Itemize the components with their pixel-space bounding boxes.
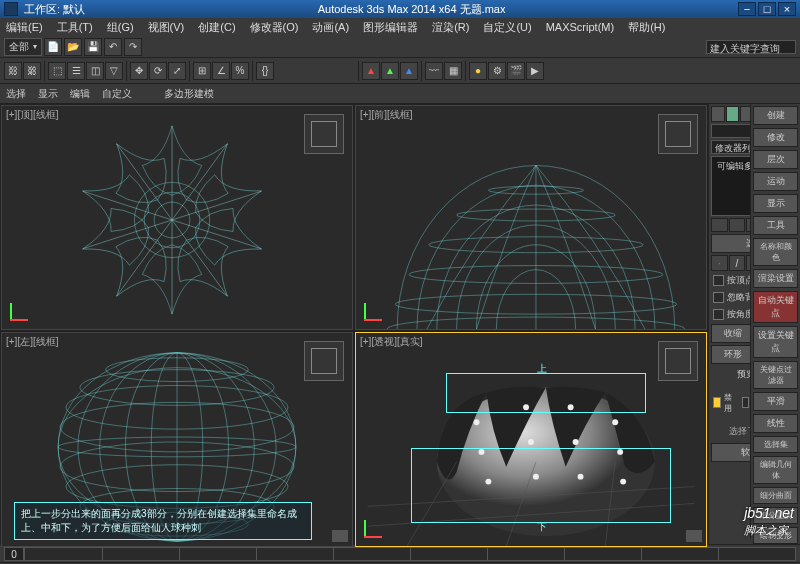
ribbon-tab-custom[interactable]: 自定义 (102, 87, 132, 101)
angle-snap-icon[interactable]: ∠ (212, 62, 230, 80)
side-panel-right: 创建 修改 层次 运动 显示 工具 名称和颜色 渲染设置 自动关键点 设置关键点… (750, 104, 800, 538)
select-name-icon[interactable]: ☰ (67, 62, 85, 80)
save-icon[interactable]: 💾 (84, 38, 102, 56)
close-button[interactable]: × (778, 2, 796, 16)
schematic-icon[interactable]: ▦ (444, 62, 462, 80)
ribbon-tab-select[interactable]: 选择 (6, 87, 26, 101)
side-display[interactable]: 显示 (753, 194, 798, 213)
move-icon[interactable]: ✥ (130, 62, 148, 80)
pin-stack-icon[interactable] (711, 218, 728, 232)
menu-create[interactable]: 创建(C) (198, 20, 235, 35)
align-icon[interactable]: ▲ (381, 62, 399, 80)
app-menu-button[interactable] (4, 2, 18, 16)
menu-edit[interactable]: 编辑(E) (6, 20, 43, 35)
interp-smooth[interactable]: 平滑 (753, 392, 798, 411)
side-render[interactable]: 渲染设置 (753, 269, 798, 288)
viewport-top[interactable]: [+][顶][线框] (1, 105, 353, 330)
layer-icon[interactable]: ▲ (400, 62, 418, 80)
svg-line-12 (117, 144, 173, 220)
menu-tools[interactable]: 工具(T) (57, 20, 93, 35)
mirror-icon[interactable]: ▲ (362, 62, 380, 80)
ring-button[interactable]: 环形 (711, 345, 754, 364)
setkey-button[interactable]: 设置关键点 (753, 326, 798, 358)
side-create[interactable]: 创建 (753, 106, 798, 125)
time-slider[interactable] (24, 547, 796, 561)
viewport-left[interactable]: [+][左][线框] 把上一步分出来的面再分成3部分，分别在创建选择集里命名成上… (1, 332, 353, 547)
side-name-color[interactable]: 名称和颜色 (753, 238, 798, 266)
named-sets-icon[interactable]: {} (256, 62, 274, 80)
open-icon[interactable]: 📂 (64, 38, 82, 56)
viewport-persp-label[interactable]: [+][透视][真实] (360, 335, 427, 349)
scale-icon[interactable]: ⤢ (168, 62, 186, 80)
side-editgeo[interactable]: 编辑几何体 (753, 456, 798, 484)
frame-current[interactable]: 0 (4, 547, 24, 561)
viewport-front[interactable]: [+][前][线框] (355, 105, 707, 330)
menu-group[interactable]: 组(G) (107, 20, 134, 35)
viewcube-icon[interactable] (304, 341, 344, 381)
preview-off-radio[interactable]: 禁用 (711, 385, 737, 420)
menu-maxscript[interactable]: MAXScript(M) (546, 21, 614, 33)
layout-dropdown[interactable]: 全部 (4, 38, 42, 56)
render-icon[interactable]: ▶ (526, 62, 544, 80)
safeframe-icon[interactable] (332, 530, 348, 542)
menu-help[interactable]: 帮助(H) (628, 20, 665, 35)
minimize-button[interactable]: − (738, 2, 756, 16)
interp-linear[interactable]: 线性 (753, 414, 798, 433)
viewport-left-label[interactable]: [+][左][线框] (6, 335, 63, 349)
curve-editor-icon[interactable]: 〰 (425, 62, 443, 80)
viewcube-icon[interactable] (658, 341, 698, 381)
svg-point-37 (474, 419, 480, 425)
menu-render[interactable]: 渲染(R) (432, 20, 469, 35)
edge-subobj-icon[interactable]: / (729, 255, 746, 271)
tab-modify-icon[interactable] (726, 106, 740, 122)
ribbon-tab-display[interactable]: 显示 (38, 87, 58, 101)
menu-animation[interactable]: 动画(A) (312, 20, 349, 35)
new-icon[interactable]: 📄 (44, 38, 62, 56)
menu-modifiers[interactable]: 修改器(O) (250, 20, 299, 35)
timeline[interactable]: 0 (0, 544, 800, 562)
viewcube-icon[interactable] (304, 114, 344, 154)
snap-icon[interactable]: ⊞ (193, 62, 211, 80)
safeframe-icon[interactable] (686, 530, 702, 542)
menu-customize[interactable]: 自定义(U) (483, 20, 531, 35)
viewcube-icon[interactable] (658, 114, 698, 154)
percent-snap-icon[interactable]: % (231, 62, 249, 80)
side-modify[interactable]: 修改 (753, 128, 798, 147)
unlink-icon[interactable]: ⛓̸ (23, 62, 41, 80)
select-region-icon[interactable]: ◫ (86, 62, 104, 80)
render-frame-icon[interactable]: 🎬 (507, 62, 525, 80)
rotate-icon[interactable]: ⟳ (149, 62, 167, 80)
side-utility[interactable]: 工具 (753, 216, 798, 235)
undo-icon[interactable]: ↶ (104, 38, 122, 56)
side-hierarchy[interactable]: 层次 (753, 150, 798, 169)
search-input[interactable]: 建入关键字查询 (706, 40, 796, 54)
side-motion[interactable]: 运动 (753, 172, 798, 191)
side-selsets[interactable]: 选择集 (753, 436, 798, 453)
vertex-subobj-icon[interactable]: · (711, 255, 728, 271)
filter-icon[interactable]: ▽ (105, 62, 123, 80)
ribbon-tab-edit[interactable]: 编辑 (70, 87, 90, 101)
workspace-label: 工作区: 默认 (24, 2, 85, 17)
material-icon[interactable]: ● (469, 62, 487, 80)
select-icon[interactable]: ⬚ (48, 62, 66, 80)
show-end-icon[interactable] (729, 218, 746, 232)
selbox-label-bottom: 下 (537, 520, 547, 534)
viewport-front-label[interactable]: [+][前][线框] (360, 108, 417, 122)
titlebar: 工作区: 默认 Autodesk 3ds Max 2014 x64 无题.max… (0, 0, 800, 18)
redo-icon[interactable]: ↷ (124, 38, 142, 56)
axis-gizmo-icon (10, 297, 34, 321)
viewport-top-label[interactable]: [+][顶][线框] (6, 108, 63, 122)
quick-access-toolbar: 全部 📄 📂 💾 ↶ ↷ 建入关键字查询 (0, 36, 800, 58)
menu-graph[interactable]: 图形编辑器 (363, 20, 418, 35)
maximize-button[interactable]: □ (758, 2, 776, 16)
side-subdiv[interactable]: 细分曲面 (753, 487, 798, 504)
viewport-perspective[interactable]: [+][透视][真实] (355, 332, 707, 547)
front-wireframe (356, 106, 706, 329)
menu-view[interactable]: 视图(V) (148, 20, 185, 35)
link-icon[interactable]: ⛓ (4, 62, 22, 80)
autokey-button[interactable]: 自动关键点 (753, 291, 798, 323)
render-setup-icon[interactable]: ⚙ (488, 62, 506, 80)
tab-create-icon[interactable] (711, 106, 725, 122)
shrink-button[interactable]: 收缩 (711, 324, 754, 343)
key-filter-button[interactable]: 关键点过滤器 (753, 361, 798, 389)
